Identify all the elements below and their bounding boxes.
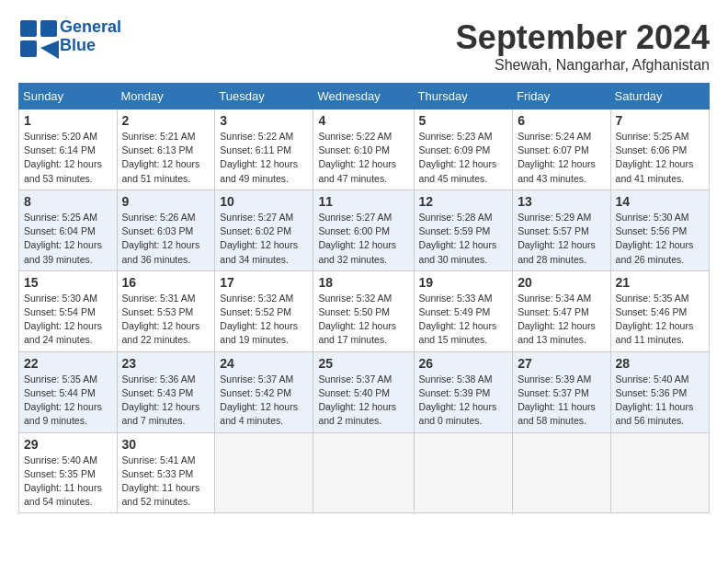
month-title: September 2024 xyxy=(456,18,710,57)
calendar-cell: 10Sunrise: 5:27 AMSunset: 6:02 PMDayligh… xyxy=(215,190,313,270)
calendar-cell: 13Sunrise: 5:29 AMSunset: 5:57 PMDayligh… xyxy=(513,190,610,270)
day-info: Sunrise: 5:31 AMSunset: 5:53 PMDaylight:… xyxy=(122,292,210,348)
day-info: Sunrise: 5:28 AMSunset: 5:59 PMDaylight:… xyxy=(419,211,508,267)
day-number: 25 xyxy=(318,356,408,371)
logo: General Blue xyxy=(18,18,121,55)
calendar-cell: 20Sunrise: 5:34 AMSunset: 5:47 PMDayligh… xyxy=(513,270,610,351)
day-number: 2 xyxy=(122,113,210,128)
day-info: Sunrise: 5:29 AMSunset: 5:57 PMDaylight:… xyxy=(518,211,605,267)
day-info: Sunrise: 5:24 AMSunset: 6:07 PMDaylight:… xyxy=(518,130,605,186)
day-info: Sunrise: 5:32 AMSunset: 5:50 PMDaylight:… xyxy=(318,292,408,348)
day-info: Sunrise: 5:32 AMSunset: 5:52 PMDaylight:… xyxy=(220,292,308,348)
day-number: 9 xyxy=(122,194,210,209)
day-info: Sunrise: 5:39 AMSunset: 5:37 PMDaylight:… xyxy=(518,373,605,429)
day-number: 27 xyxy=(518,356,605,371)
day-info: Sunrise: 5:35 AMSunset: 5:46 PMDaylight:… xyxy=(616,292,704,348)
logo-line1: General xyxy=(60,18,121,37)
header-monday: Monday xyxy=(117,84,215,109)
calendar-cell: 29Sunrise: 5:40 AMSunset: 5:35 PMDayligh… xyxy=(19,432,118,513)
day-info: Sunrise: 5:37 AMSunset: 5:40 PMDaylight:… xyxy=(318,373,408,429)
day-number: 12 xyxy=(419,194,508,209)
calendar-cell: 11Sunrise: 5:27 AMSunset: 6:00 PMDayligh… xyxy=(313,190,414,270)
calendar-cell: 8Sunrise: 5:25 AMSunset: 6:04 PMDaylight… xyxy=(19,190,118,270)
calendar-cell xyxy=(414,432,513,513)
day-number: 19 xyxy=(419,275,508,290)
day-info: Sunrise: 5:25 AMSunset: 6:04 PMDaylight:… xyxy=(24,211,112,267)
calendar-cell: 27Sunrise: 5:39 AMSunset: 5:37 PMDayligh… xyxy=(513,351,610,432)
day-info: Sunrise: 5:27 AMSunset: 6:00 PMDaylight:… xyxy=(318,211,408,267)
day-number: 5 xyxy=(419,113,508,128)
subtitle: Shewah, Nangarhar, Afghanistan xyxy=(456,57,710,74)
calendar-cell: 2Sunrise: 5:21 AMSunset: 6:13 PMDaylight… xyxy=(117,109,215,190)
day-number: 1 xyxy=(24,113,112,128)
day-number: 10 xyxy=(220,194,308,209)
day-info: Sunrise: 5:23 AMSunset: 6:09 PMDaylight:… xyxy=(419,130,508,186)
day-info: Sunrise: 5:27 AMSunset: 6:02 PMDaylight:… xyxy=(220,211,308,267)
day-number: 4 xyxy=(318,113,408,128)
week-row-5: 29Sunrise: 5:40 AMSunset: 5:35 PMDayligh… xyxy=(19,432,710,513)
day-number: 3 xyxy=(220,113,308,128)
calendar-cell: 24Sunrise: 5:37 AMSunset: 5:42 PMDayligh… xyxy=(215,351,313,432)
page-header: General Blue September 2024 Shewah, Nang… xyxy=(18,18,710,74)
calendar-cell: 4Sunrise: 5:22 AMSunset: 6:10 PMDaylight… xyxy=(313,109,414,190)
logo-icon xyxy=(18,18,55,55)
day-number: 14 xyxy=(616,194,704,209)
calendar-cell: 9Sunrise: 5:26 AMSunset: 6:03 PMDaylight… xyxy=(117,190,215,270)
day-number: 18 xyxy=(318,275,408,290)
header-thursday: Thursday xyxy=(414,84,513,109)
calendar-cell xyxy=(610,432,709,513)
day-info: Sunrise: 5:22 AMSunset: 6:10 PMDaylight:… xyxy=(318,130,408,186)
day-info: Sunrise: 5:35 AMSunset: 5:44 PMDaylight:… xyxy=(24,373,112,429)
logo-line2: Blue xyxy=(60,37,121,55)
week-row-3: 15Sunrise: 5:30 AMSunset: 5:54 PMDayligh… xyxy=(19,270,710,351)
title-section: September 2024 Shewah, Nangarhar, Afghan… xyxy=(456,18,710,74)
day-info: Sunrise: 5:22 AMSunset: 6:11 PMDaylight:… xyxy=(220,130,308,186)
calendar-cell: 22Sunrise: 5:35 AMSunset: 5:44 PMDayligh… xyxy=(19,351,118,432)
svg-rect-0 xyxy=(20,20,37,37)
day-number: 15 xyxy=(24,275,112,290)
header-sunday: Sunday xyxy=(19,84,118,109)
day-info: Sunrise: 5:20 AMSunset: 6:14 PMDaylight:… xyxy=(24,130,112,186)
calendar-cell: 1Sunrise: 5:20 AMSunset: 6:14 PMDaylight… xyxy=(19,109,118,190)
calendar-cell: 28Sunrise: 5:40 AMSunset: 5:36 PMDayligh… xyxy=(610,351,709,432)
day-info: Sunrise: 5:30 AMSunset: 5:54 PMDaylight:… xyxy=(24,292,112,348)
svg-rect-1 xyxy=(40,20,57,37)
day-info: Sunrise: 5:33 AMSunset: 5:49 PMDaylight:… xyxy=(419,292,508,348)
day-info: Sunrise: 5:26 AMSunset: 6:03 PMDaylight:… xyxy=(122,211,210,267)
calendar-cell: 16Sunrise: 5:31 AMSunset: 5:53 PMDayligh… xyxy=(117,270,215,351)
day-number: 26 xyxy=(419,356,508,371)
calendar-cell: 26Sunrise: 5:38 AMSunset: 5:39 PMDayligh… xyxy=(414,351,513,432)
day-number: 7 xyxy=(616,113,704,128)
calendar-cell: 23Sunrise: 5:36 AMSunset: 5:43 PMDayligh… xyxy=(117,351,215,432)
day-info: Sunrise: 5:38 AMSunset: 5:39 PMDaylight:… xyxy=(419,373,508,429)
day-number: 30 xyxy=(122,437,210,452)
day-info: Sunrise: 5:34 AMSunset: 5:47 PMDaylight:… xyxy=(518,292,605,348)
calendar-cell: 7Sunrise: 5:25 AMSunset: 6:06 PMDaylight… xyxy=(610,109,709,190)
calendar-cell: 30Sunrise: 5:41 AMSunset: 5:33 PMDayligh… xyxy=(117,432,215,513)
day-number: 29 xyxy=(24,437,112,452)
day-number: 21 xyxy=(616,275,704,290)
week-row-1: 1Sunrise: 5:20 AMSunset: 6:14 PMDaylight… xyxy=(19,109,710,190)
day-info: Sunrise: 5:37 AMSunset: 5:42 PMDaylight:… xyxy=(220,373,308,429)
day-number: 8 xyxy=(24,194,112,209)
week-row-2: 8Sunrise: 5:25 AMSunset: 6:04 PMDaylight… xyxy=(19,190,710,270)
calendar-cell xyxy=(215,432,313,513)
day-number: 24 xyxy=(220,356,308,371)
calendar-cell: 5Sunrise: 5:23 AMSunset: 6:09 PMDaylight… xyxy=(414,109,513,190)
header-wednesday: Wednesday xyxy=(313,84,414,109)
day-info: Sunrise: 5:40 AMSunset: 5:36 PMDaylight:… xyxy=(616,373,704,429)
calendar-cell xyxy=(313,432,414,513)
calendar-cell xyxy=(513,432,610,513)
header-friday: Friday xyxy=(513,84,610,109)
day-number: 6 xyxy=(518,113,605,128)
day-info: Sunrise: 5:25 AMSunset: 6:06 PMDaylight:… xyxy=(616,130,704,186)
day-info: Sunrise: 5:30 AMSunset: 5:56 PMDaylight:… xyxy=(616,211,704,267)
day-number: 11 xyxy=(318,194,408,209)
calendar-cell: 25Sunrise: 5:37 AMSunset: 5:40 PMDayligh… xyxy=(313,351,414,432)
calendar-cell: 12Sunrise: 5:28 AMSunset: 5:59 PMDayligh… xyxy=(414,190,513,270)
day-number: 23 xyxy=(122,356,210,371)
day-number: 22 xyxy=(24,356,112,371)
header-row: SundayMondayTuesdayWednesdayThursdayFrid… xyxy=(19,84,710,109)
day-number: 28 xyxy=(616,356,704,371)
calendar-table: SundayMondayTuesdayWednesdayThursdayFrid… xyxy=(18,83,710,513)
